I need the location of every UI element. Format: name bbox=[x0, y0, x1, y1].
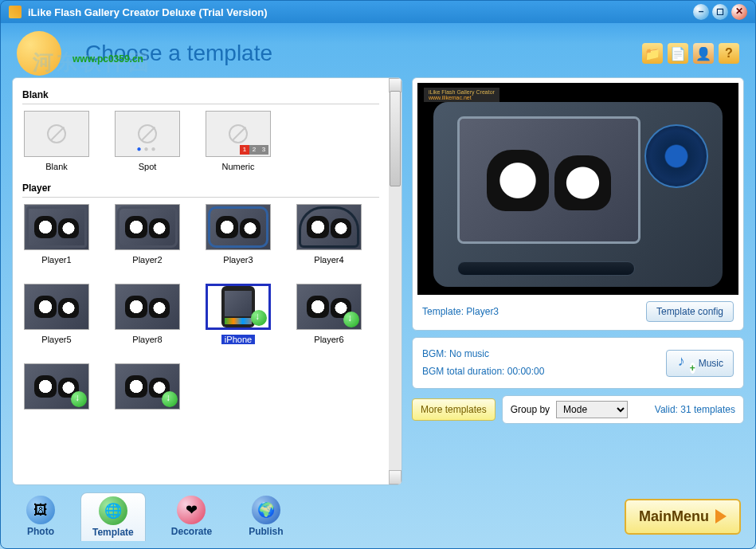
thumb-label: iPhone bbox=[221, 335, 255, 344]
thumb-label: Player6 bbox=[314, 335, 343, 344]
dial-icon bbox=[644, 124, 708, 188]
blank-icon bbox=[229, 124, 248, 143]
thumb-label: Spot bbox=[139, 162, 157, 171]
template-name-label: Template: Player3 bbox=[422, 306, 499, 317]
music-button[interactable]: Music bbox=[666, 350, 734, 377]
play-icon bbox=[715, 509, 727, 524]
decorate-icon: ❤ bbox=[177, 496, 206, 524]
nav-publish[interactable]: 🌍 Publish bbox=[237, 492, 294, 540]
player-grid: Player1 Player2 Player3 Player4 Player5 bbox=[22, 204, 379, 410]
group-by-label: Group by bbox=[511, 404, 550, 415]
template-list-panel: Blank Blank ●●● Spot 123 Numeric Player bbox=[12, 77, 402, 485]
template-numeric[interactable]: 123 Numeric bbox=[204, 111, 272, 171]
app-icon bbox=[9, 6, 22, 18]
bgm-status: BGM: No music bbox=[422, 346, 666, 363]
watermark-url: www.pc0359.cn bbox=[72, 53, 143, 65]
thumb-label: Player8 bbox=[132, 335, 162, 344]
group-by-select[interactable]: Mode bbox=[556, 401, 628, 418]
blank-icon bbox=[47, 124, 66, 143]
blank-grid: Blank ●●● Spot 123 Numeric bbox=[22, 111, 379, 171]
minimize-button[interactable]: – bbox=[693, 4, 709, 20]
photo-icon: 🖼 bbox=[26, 496, 55, 524]
template-player5[interactable]: Player5 bbox=[22, 284, 91, 344]
account-button[interactable]: 👤 bbox=[693, 43, 714, 64]
section-blank-label: Blank bbox=[22, 89, 379, 100]
bgm-panel: BGM: No music BGM total duration: 00:00:… bbox=[412, 337, 744, 389]
template-scroll[interactable]: Blank Blank ●●● Spot 123 Numeric Player bbox=[13, 78, 389, 484]
iphone-icon bbox=[221, 286, 255, 327]
publish-icon: 🌍 bbox=[252, 496, 280, 524]
template-player1[interactable]: Player1 bbox=[22, 204, 91, 265]
template-blank[interactable]: Blank bbox=[22, 111, 91, 171]
template-icon: 🌐 bbox=[99, 496, 127, 525]
new-project-button[interactable]: 📄 bbox=[668, 43, 688, 64]
template-spot[interactable]: ●●● Spot bbox=[113, 111, 182, 171]
template-player2[interactable]: Player2 bbox=[113, 204, 182, 265]
thumb-label: Player5 bbox=[41, 335, 71, 344]
thumb-label: Player2 bbox=[132, 255, 162, 265]
template-config-button[interactable]: Template config bbox=[646, 301, 734, 322]
player-device bbox=[433, 102, 723, 287]
header-tools: 📁 📄 👤 ? bbox=[642, 43, 739, 64]
thumb-label: Player3 bbox=[223, 255, 253, 265]
music-label: Music bbox=[699, 358, 723, 369]
group-panel: Group by Mode Valid: 31 templates bbox=[502, 395, 744, 424]
section-player-label: Player bbox=[22, 182, 379, 194]
player-controls bbox=[457, 261, 635, 276]
blank-icon bbox=[138, 124, 157, 143]
main-menu-label: MainMenu bbox=[639, 508, 709, 525]
maximize-button[interactable]: ◻ bbox=[712, 4, 728, 20]
template-player8[interactable]: Player8 bbox=[113, 284, 182, 344]
thumb-label: Numeric bbox=[222, 162, 255, 171]
template-player6[interactable]: Player6 bbox=[295, 284, 363, 344]
music-icon bbox=[676, 355, 694, 372]
bottom-row: More templates Group by Mode Valid: 31 t… bbox=[412, 395, 744, 424]
download-icon bbox=[251, 310, 267, 326]
main-area: Blank Blank ●●● Spot 123 Numeric Player bbox=[1, 77, 755, 485]
preview-panel: iLike Flash Gallery Creator www.ilikemac… bbox=[412, 77, 744, 331]
scrollbar-thumb[interactable] bbox=[390, 91, 401, 186]
close-button[interactable]: ✕ bbox=[731, 4, 747, 20]
template-extra1[interactable] bbox=[22, 363, 91, 410]
template-player3[interactable]: Player3 bbox=[204, 204, 272, 265]
download-icon bbox=[71, 391, 87, 407]
header: 河东软件园 www.pc0359.cn Choose a template 📁 … bbox=[1, 23, 755, 77]
right-panel: iLike Flash Gallery Creator www.ilikemac… bbox=[412, 77, 744, 485]
help-button[interactable]: ? bbox=[719, 43, 739, 64]
nav-decorate[interactable]: ❤ Decorate bbox=[160, 492, 223, 540]
template-iphone[interactable]: iPhone bbox=[204, 284, 272, 344]
template-player4[interactable]: Player4 bbox=[295, 204, 363, 265]
valid-count: Valid: 31 templates bbox=[655, 404, 735, 415]
nav-photo[interactable]: 🖼 Photo bbox=[15, 492, 66, 540]
nav-template[interactable]: 🌐 Template bbox=[80, 492, 146, 541]
preview-screen bbox=[457, 116, 640, 244]
thumb-label: Player1 bbox=[41, 255, 71, 265]
main-menu-button[interactable]: MainMenu bbox=[625, 499, 741, 535]
download-icon bbox=[162, 391, 178, 407]
titlebar: iLike Flash Gallery Creator Deluxe (Tria… bbox=[1, 1, 755, 23]
template-extra2[interactable] bbox=[113, 363, 182, 410]
thumb-label: Blank bbox=[45, 162, 68, 171]
preview-stage: iLike Flash Gallery Creator www.ilikemac… bbox=[417, 83, 738, 295]
window-title: iLike Flash Gallery Creator Deluxe (Tria… bbox=[28, 6, 268, 18]
footer-nav: 🖼 Photo 🌐 Template ❤ Decorate 🌍 Publish … bbox=[1, 488, 755, 544]
preview-watermark: iLike Flash Gallery Creator www.ilikemac… bbox=[424, 88, 499, 102]
thumb-label: Player4 bbox=[314, 255, 343, 265]
open-folder-button[interactable]: 📁 bbox=[642, 43, 663, 64]
download-icon bbox=[343, 312, 359, 327]
logo-icon bbox=[17, 31, 61, 76]
scrollbar[interactable] bbox=[389, 78, 402, 484]
window-controls: – ◻ ✕ bbox=[693, 4, 747, 20]
bgm-duration: BGM total duration: 00:00:00 bbox=[422, 363, 666, 381]
more-templates-button[interactable]: More templates bbox=[412, 398, 496, 421]
